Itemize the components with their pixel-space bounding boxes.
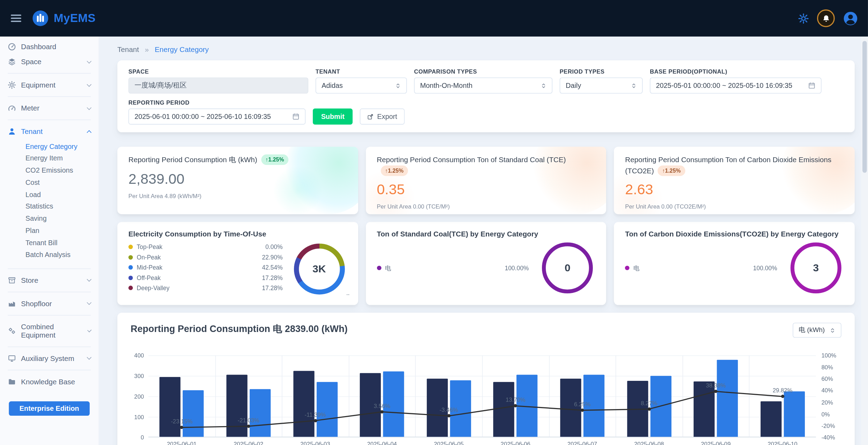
sidebar-divider	[8, 292, 91, 292]
tenant-select[interactable]: Adidas	[316, 77, 407, 93]
comparison-types-select[interactable]: Month-On-Month	[414, 77, 552, 93]
sidebar-item-dashboard[interactable]: Dashboard	[0, 39, 99, 54]
tce-card-title: Ton of Standard Coal(TCE) by Energy Cate…	[377, 230, 595, 238]
select-arrows-icon	[541, 82, 546, 89]
change-rate-label: 3.56%	[374, 402, 390, 409]
donut-center-value: 3	[791, 242, 841, 293]
sidebar-subitem-energy-item[interactable]: Energy Item	[0, 153, 99, 165]
legend-percent: 100.00%	[505, 265, 529, 271]
sidebar-item-store[interactable]: Store	[0, 273, 99, 288]
legend-item[interactable]: 电 100.00%	[377, 264, 542, 272]
sidebar-divider	[8, 370, 91, 370]
notifications-bell-icon[interactable]	[817, 9, 835, 27]
tce-donut-card: Ton of Standard Coal(TCE) by Energy Cate…	[366, 222, 606, 305]
tco2e-donut-chart[interactable]: 3	[791, 242, 841, 293]
legend-item[interactable]: 电 100.00%	[625, 264, 791, 272]
period-types-select[interactable]: Daily	[560, 77, 643, 93]
hamburger-menu-icon[interactable]	[10, 12, 22, 24]
y-axis-tick-right: 60%	[822, 376, 833, 382]
comparison-types-field: COMPARISON TYPES Month-On-Month	[414, 68, 552, 93]
summary-card-tco2e: Reporting Period Consumption Ton of Carb…	[614, 147, 855, 214]
sidebar-item-label: Knowledge Base	[21, 377, 75, 386]
chevron-down-icon	[87, 355, 91, 360]
legend-percent: 17.28%	[262, 285, 282, 291]
sidebar-divider	[8, 315, 91, 315]
x-axis-label: 2025-06-06	[501, 440, 530, 445]
chart-plot-area: 2025-06-012025-06-022025-06-032025-06-04…	[148, 355, 816, 437]
reporting-period-input[interactable]: 2025-06-01 00:00:00 ~ 2025-06-10 16:09:3…	[128, 108, 305, 125]
summary-card-title: Reporting Period Consumption Ton of Carb…	[625, 156, 831, 175]
change-rate-label: -23.15%	[171, 418, 193, 425]
line-point	[581, 409, 584, 412]
sidebar-subitem-energy-category[interactable]: Energy Category	[0, 141, 99, 153]
base-period-field: BASE PERIOD(OPTIONAL) 2025-05-01 00:00:0…	[650, 68, 821, 93]
breadcrumb-current: Energy Category	[155, 45, 209, 54]
sidebar-divider	[8, 120, 91, 120]
change-rate-label: 13.70%	[506, 397, 526, 403]
sidebar-item-space[interactable]: Space	[0, 54, 99, 69]
tou-donut-card: Electricity Consumption by Time-Of-Use T…	[118, 222, 358, 305]
legend-item-mid-peak[interactable]: Mid-Peak42.54%	[128, 264, 282, 271]
legend-dot	[128, 255, 133, 259]
tco2e-donut-card: Ton of Carbon Dioxide Emissions(TCO2E) b…	[614, 222, 855, 305]
legend-item-on-peak[interactable]: On-Peak22.90%	[128, 254, 282, 261]
donut-center-value: 0	[542, 242, 593, 293]
sidebar-item-shopfloor[interactable]: Shopfloor	[0, 296, 99, 311]
legend-label: Deep-Valley	[137, 285, 169, 291]
summary-card-caption: Per Unit Area 0.00 (TCO2E/M²)	[625, 203, 844, 210]
chevron-down-icon	[87, 300, 91, 305]
sidebar-subitem-cost[interactable]: Cost	[0, 177, 99, 189]
space-input[interactable]: 一度城/商场/租区	[128, 77, 308, 93]
tce-donut-chart[interactable]: 0	[542, 242, 593, 293]
user-avatar-icon[interactable]	[843, 11, 858, 26]
submit-button[interactable]: Submit	[313, 108, 353, 125]
sidebar-subitem-saving[interactable]: Saving	[0, 213, 99, 225]
shopfloor-icon	[8, 299, 16, 308]
legend-item-off-peak[interactable]: Off-Peak17.28%	[128, 274, 282, 281]
sidebar-item-label: Auxiliary System	[21, 354, 74, 362]
sidebar-subitem-statistics[interactable]: Statistics	[0, 201, 99, 213]
x-axis-label: 2025-06-08	[634, 440, 664, 445]
y-axis-tick-right: -20%	[822, 422, 835, 429]
sidebar-item-tenant[interactable]: Tenant	[0, 124, 99, 139]
sidebar-subitem-batch-analysis[interactable]: Batch Analysis	[0, 249, 99, 261]
breadcrumb-parent[interactable]: Tenant	[118, 45, 139, 54]
legend-item-deep-valley[interactable]: Deep-Valley17.28%	[128, 285, 282, 291]
sidebar-item-combined-equipment[interactable]: Combined Equipment	[0, 319, 99, 342]
sidebar-subitem-plan[interactable]: Plan	[0, 225, 99, 237]
tou-donut-chart[interactable]: 3K ..	[294, 243, 345, 294]
brand-logo[interactable]: MyEMS	[32, 10, 96, 27]
knowledge-base-icon	[8, 377, 16, 386]
sidebar-subitem-tenant-bill[interactable]: Tenant Bill	[0, 237, 99, 249]
sidebar-item-label: Meter	[21, 104, 39, 112]
base-period-input[interactable]: 2025-05-01 00:00:00 ~ 2025-05-10 16:09:3…	[650, 77, 821, 93]
chart-header: Reporting Period Consumption 电 2839.00 (…	[131, 323, 841, 338]
line-point	[514, 404, 517, 408]
unit-select[interactable]: 电 (kWh)	[792, 323, 841, 338]
tenant-label: TENANT	[316, 68, 407, 75]
myems-logo-icon	[32, 10, 49, 27]
sidebar-subitem-load[interactable]: Load	[0, 189, 99, 201]
settings-gear-icon[interactable]	[798, 13, 809, 23]
scrollbar-thumb[interactable]	[862, 41, 867, 173]
sidebar-item-label: Store	[21, 276, 38, 284]
summary-card-title: Reporting Period Consumption 电 (kWh)	[128, 156, 257, 164]
sidebar-item-equipment[interactable]: Equipment	[0, 77, 99, 92]
auxiliary-system-icon	[8, 354, 16, 362]
sidebar-item-auxiliary-system[interactable]: Auxiliary System	[0, 351, 99, 366]
sidebar-item-label: Equipment	[21, 81, 55, 89]
enterprise-edition-button[interactable]: Enterprise Edition	[9, 401, 90, 415]
line-point	[380, 410, 384, 414]
sidebar-item-meter[interactable]: Meter	[0, 101, 99, 116]
breadcrumb-separator: »	[145, 45, 149, 54]
sidebar-item-knowledge-base[interactable]: Knowledge Base	[0, 374, 99, 389]
y-axis-tick-right: 40%	[822, 387, 833, 394]
change-rate-label: -3.46%	[439, 407, 458, 413]
sidebar: DashboardSpaceEquipmentMeterTenantEnergy…	[0, 37, 99, 445]
main-content: Tenant » Energy Category SPACE 一度城/商场/租区…	[99, 37, 861, 445]
legend-item-top-peak[interactable]: Top-Peak0.00%	[128, 243, 282, 250]
export-button[interactable]: Export	[360, 108, 404, 125]
legend-label: On-Peak	[137, 254, 161, 261]
page-scrollbar[interactable]	[861, 37, 868, 445]
sidebar-subitem-co2-emissions[interactable]: CO2 Emissions	[0, 165, 99, 177]
